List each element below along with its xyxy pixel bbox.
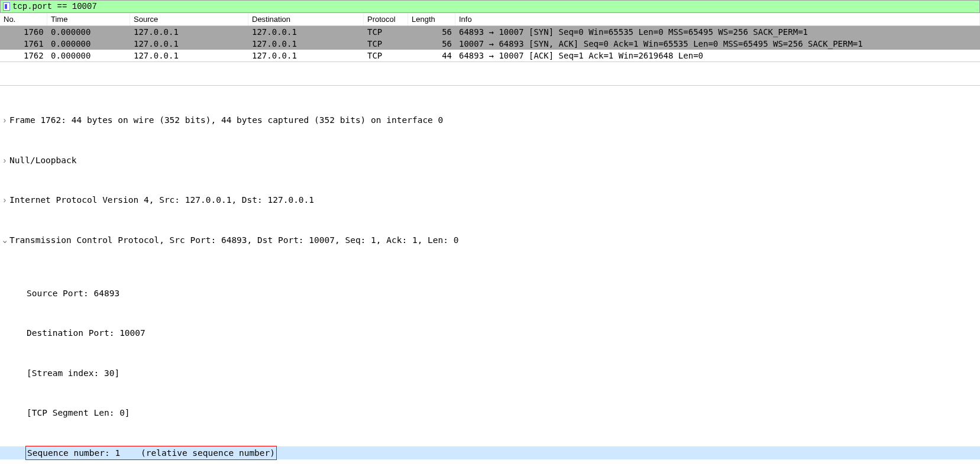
tcp-segment-len[interactable]: [TCP Segment Len: 0] (27, 406, 130, 420)
cell-time: 0.000000 (47, 50, 130, 61)
cell-info: 64893 → 10007 [ACK] Seq=1 Ack=1 Win=2619… (455, 50, 980, 61)
cell-proto: TCP (364, 27, 408, 37)
tcp-summary[interactable]: Transmission Control Protocol, Src Port:… (9, 234, 459, 247)
tcp-seq-number[interactable]: Sequence number: 1 (relative sequence nu… (25, 446, 277, 461)
cell-src: 127.0.0.1 (130, 27, 248, 37)
cell-no: 1762 (0, 50, 47, 61)
expand-icon[interactable]: › (0, 154, 9, 167)
cell-len: 56 (408, 27, 455, 37)
cell-len: 44 (408, 50, 455, 61)
cell-no: 1761 (0, 38, 47, 49)
cell-src: 127.0.0.1 (130, 50, 248, 61)
filter-input[interactable] (12, 2, 249, 11)
bookmark-icon[interactable] (3, 2, 10, 11)
col-no[interactable]: No. (0, 13, 47, 25)
col-info[interactable]: Info (455, 13, 980, 25)
display-filter-bar[interactable] (0, 0, 980, 13)
cell-info: 10007 → 64893 [SYN, ACK] Seq=0 Ack=1 Win… (455, 38, 980, 49)
ipv4-summary[interactable]: Internet Protocol Version 4, Src: 127.0.… (9, 193, 314, 207)
cell-info: 64893 → 10007 [SYN] Seq=0 Win=65535 Len=… (455, 27, 980, 37)
cell-no: 1760 (0, 27, 47, 37)
packet-list-header: No. Time Source Destination Protocol Len… (0, 13, 980, 26)
null-loopback[interactable]: Null/Loopback (9, 154, 77, 167)
cell-time: 0.000000 (47, 27, 130, 37)
packet-details-pane[interactable]: ›Frame 1762: 44 bytes on wire (352 bits)… (0, 85, 980, 476)
col-src[interactable]: Source (130, 13, 248, 25)
cell-time: 0.000000 (47, 38, 130, 49)
tcp-stream-index[interactable]: [Stream index: 30] (27, 367, 119, 380)
cell-proto: TCP (364, 38, 408, 49)
expand-icon[interactable]: › (0, 114, 9, 127)
packet-row[interactable]: 1762 0.000000 127.0.0.1 127.0.0.1 TCP 44… (0, 50, 980, 61)
col-dst[interactable]: Destination (248, 13, 364, 25)
cell-src: 127.0.0.1 (130, 38, 248, 49)
pane-divider[interactable] (0, 61, 980, 85)
collapse-icon[interactable]: ⌄ (0, 234, 9, 247)
cell-dst: 127.0.0.1 (248, 27, 364, 37)
packet-row[interactable]: 1760 0.000000 127.0.0.1 127.0.0.1 TCP 56… (0, 26, 980, 38)
cell-len: 56 (408, 38, 455, 49)
cell-dst: 127.0.0.1 (248, 38, 364, 49)
col-len[interactable]: Length (408, 13, 455, 25)
packet-row[interactable]: 1761 0.000000 127.0.0.1 127.0.0.1 TCP 56… (0, 38, 980, 50)
col-time[interactable]: Time (47, 13, 130, 25)
packet-list[interactable]: 1760 0.000000 127.0.0.1 127.0.0.1 TCP 56… (0, 26, 980, 61)
cell-dst: 127.0.0.1 (248, 50, 364, 61)
cell-proto: TCP (364, 50, 408, 61)
col-proto[interactable]: Protocol (364, 13, 408, 25)
frame-summary[interactable]: Frame 1762: 44 bytes on wire (352 bits),… (9, 114, 443, 127)
expand-icon[interactable]: › (0, 193, 9, 207)
tcp-src-port[interactable]: Source Port: 64893 (27, 287, 119, 300)
tcp-dst-port[interactable]: Destination Port: 10007 (27, 326, 145, 340)
